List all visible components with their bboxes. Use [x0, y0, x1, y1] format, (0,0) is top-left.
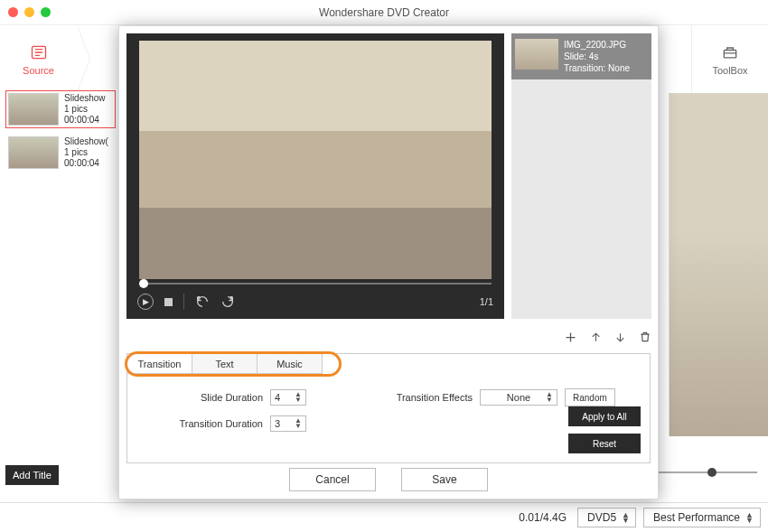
rotate-right-icon[interactable]: [220, 294, 235, 309]
disc-type-select[interactable]: DVD5 ▲▼: [577, 508, 636, 527]
transition-duration-value: 3: [275, 418, 280, 429]
transition-duration-label: Transition Duration: [136, 418, 263, 429]
settings-panel: Transition Text Music Slide Duration 4 ▲…: [126, 353, 651, 463]
source-title: Slideshow(: [64, 136, 108, 147]
slide-duration: Slide: 4s: [564, 51, 630, 62]
apply-all-button[interactable]: Apply to All: [568, 406, 641, 426]
source-pics: 1 pics: [64, 104, 106, 115]
source-thumbnail: [8, 93, 59, 126]
slide-list: IMG_2200.JPG Slide: 4s Transition: None: [511, 33, 651, 319]
transition-effects-select[interactable]: None ▲▼: [480, 389, 557, 406]
transition-duration-stepper[interactable]: 3 ▲▼: [270, 415, 306, 432]
play-icon[interactable]: ▶: [137, 294, 154, 310]
player-controls: ▶ 1/1: [137, 292, 493, 312]
toolbox-icon: [720, 43, 740, 61]
source-meta: Slideshow( 1 pics 00:00:04: [64, 136, 108, 169]
transition-effects-label: Transition Effects: [346, 392, 473, 403]
slide-list-actions: [511, 326, 651, 348]
separator: [183, 294, 184, 310]
bottom-bar: 0.01/4.4G DVD5 ▲▼ Best Performance ▲▼: [0, 502, 768, 532]
trash-icon[interactable]: [639, 331, 651, 343]
chevron-updown-icon: ▲▼: [295, 418, 302, 429]
tab-music[interactable]: Music: [258, 354, 323, 374]
panel-tabs: Transition Text Music: [127, 354, 650, 374]
source-title: Slideshow: [64, 93, 106, 104]
cancel-button[interactable]: Cancel: [289, 468, 376, 491]
panel-body: Slide Duration 4 ▲▼ Transition Effects N…: [127, 374, 650, 462]
minimize-icon[interactable]: [24, 7, 34, 17]
panel-side-actions: Apply to All Reset: [568, 406, 641, 453]
seek-bar[interactable]: [139, 283, 492, 285]
window-controls: [8, 7, 51, 17]
slideshow-editor-dialog: ▶ 1/1 IMG_2200.JPG Slide: 4s Transition:…: [118, 25, 659, 499]
tab-transition[interactable]: Transition: [127, 354, 192, 374]
add-title-button[interactable]: Add Title: [5, 465, 59, 485]
slide-duration-label: Slide Duration: [136, 392, 263, 403]
source-pics: 1 pics: [64, 147, 108, 158]
stop-icon[interactable]: [164, 298, 173, 306]
titlebar: Wondershare DVD Creator: [0, 0, 768, 25]
chevron-updown-icon: ▲▼: [546, 392, 553, 403]
tab-toolbox-label: ToolBox: [712, 65, 747, 76]
slide-duration-stepper[interactable]: 4 ▲▼: [270, 389, 306, 406]
slide-thumbnail: [515, 39, 558, 70]
preview-image: [139, 41, 492, 279]
random-button[interactable]: Random: [565, 388, 615, 406]
slide-transition: Transition: None: [564, 62, 630, 74]
source-list: Slideshow 1 pics 00:00:04 Slideshow( 1 p…: [5, 90, 116, 177]
source-item[interactable]: Slideshow 1 pics 00:00:04: [5, 90, 116, 128]
slide-filename: IMG_2200.JPG: [564, 39, 630, 51]
chevron-updown-icon: ▲▼: [622, 512, 630, 523]
add-icon[interactable]: [564, 331, 577, 344]
frame-counter: 1/1: [480, 296, 493, 307]
source-time: 00:00:04: [64, 158, 108, 169]
dialog-actions: Cancel Save: [119, 468, 658, 491]
tab-text[interactable]: Text: [192, 354, 258, 374]
arrow-separator: [77, 25, 93, 93]
chevron-updown-icon: ▲▼: [745, 512, 754, 523]
disc-type-value: DVD5: [587, 511, 616, 524]
tab-toolbox[interactable]: ToolBox: [691, 25, 768, 93]
rotate-left-icon[interactable]: [195, 294, 210, 309]
close-icon[interactable]: [8, 7, 18, 17]
app-title: Wondershare DVD Creator: [319, 6, 449, 19]
move-down-icon[interactable]: [614, 331, 626, 343]
menu-preview: [669, 93, 768, 436]
quality-select[interactable]: Best Performance ▲▼: [643, 508, 761, 527]
transition-effects-value: None: [507, 392, 530, 403]
source-time: 00:00:04: [64, 115, 106, 126]
slide-meta: IMG_2200.JPG Slide: 4s Transition: None: [564, 39, 630, 74]
source-meta: Slideshow 1 pics 00:00:04: [64, 93, 106, 126]
slide-item[interactable]: IMG_2200.JPG Slide: 4s Transition: None: [511, 33, 651, 79]
tab-source-label: Source: [23, 65, 54, 76]
chevron-updown-icon: ▲▼: [295, 392, 302, 403]
quality-value: Best Performance: [653, 511, 740, 524]
maximize-icon[interactable]: [41, 7, 51, 17]
slide-duration-value: 4: [275, 392, 280, 403]
reset-button[interactable]: Reset: [568, 434, 641, 453]
save-button[interactable]: Save: [401, 468, 488, 491]
svg-rect-1: [724, 50, 735, 57]
zoom-slider[interactable]: [658, 471, 757, 473]
capacity-label: 0.01/4.4G: [519, 511, 577, 524]
tab-source[interactable]: Source: [0, 25, 77, 93]
source-item[interactable]: Slideshow( 1 pics 00:00:04: [5, 134, 116, 172]
preview-player: ▶ 1/1: [126, 33, 504, 319]
source-icon: [29, 43, 49, 61]
move-up-icon[interactable]: [590, 331, 602, 343]
source-thumbnail: [8, 136, 59, 169]
